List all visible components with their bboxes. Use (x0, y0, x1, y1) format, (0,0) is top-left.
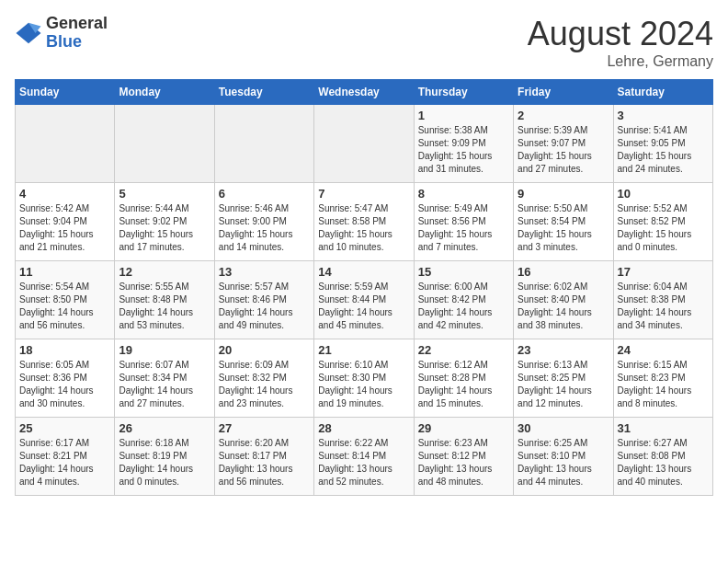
weekday-header-saturday: Saturday (613, 80, 712, 105)
day-info: Sunrise: 6:10 AM Sunset: 8:30 PM Dayligh… (318, 359, 409, 410)
day-info: Sunrise: 5:41 AM Sunset: 9:05 PM Dayligh… (618, 124, 709, 176)
day-info: Sunrise: 5:52 AM Sunset: 8:52 PM Dayligh… (618, 202, 709, 254)
page-header: General Blue August 2024 Lehre, Germany (15, 15, 713, 70)
calendar-cell: 11Sunrise: 5:54 AM Sunset: 8:50 PM Dayli… (16, 261, 115, 339)
day-info: Sunrise: 6:23 AM Sunset: 8:12 PM Dayligh… (418, 437, 509, 488)
day-number: 11 (19, 265, 110, 279)
calendar-cell: 23Sunrise: 6:13 AM Sunset: 8:25 PM Dayli… (514, 339, 613, 418)
weekday-header-thursday: Thursday (414, 80, 513, 105)
calendar-cell: 15Sunrise: 6:00 AM Sunset: 8:42 PM Dayli… (414, 261, 513, 339)
day-number: 26 (119, 421, 210, 435)
calendar-cell: 25Sunrise: 6:17 AM Sunset: 8:21 PM Dayli… (16, 418, 115, 496)
day-info: Sunrise: 5:50 AM Sunset: 8:54 PM Dayligh… (518, 202, 609, 254)
day-number: 18 (19, 343, 110, 357)
weekday-header-row: SundayMondayTuesdayWednesdayThursdayFrid… (16, 80, 713, 105)
calendar-cell: 18Sunrise: 6:05 AM Sunset: 8:36 PM Dayli… (16, 339, 115, 418)
logo-text: General Blue (46, 15, 108, 52)
month-title: August 2024 (528, 15, 713, 53)
calendar-cell: 28Sunrise: 6:22 AM Sunset: 8:14 PM Dayli… (314, 418, 414, 496)
calendar-cell: 5Sunrise: 5:44 AM Sunset: 9:02 PM Daylig… (115, 183, 214, 261)
calendar-cell: 24Sunrise: 6:15 AM Sunset: 8:23 PM Dayli… (613, 339, 712, 418)
day-info: Sunrise: 5:57 AM Sunset: 8:46 PM Dayligh… (219, 281, 310, 332)
day-info: Sunrise: 6:09 AM Sunset: 8:32 PM Dayligh… (219, 359, 310, 410)
calendar-cell: 9Sunrise: 5:50 AM Sunset: 8:54 PM Daylig… (514, 183, 613, 261)
calendar-cell: 13Sunrise: 5:57 AM Sunset: 8:46 PM Dayli… (214, 261, 313, 339)
day-info: Sunrise: 6:20 AM Sunset: 8:17 PM Dayligh… (219, 437, 310, 488)
calendar-week-row: 18Sunrise: 6:05 AM Sunset: 8:36 PM Dayli… (16, 339, 713, 418)
calendar-cell (214, 105, 313, 183)
calendar-week-row: 25Sunrise: 6:17 AM Sunset: 8:21 PM Dayli… (16, 418, 713, 496)
day-info: Sunrise: 6:04 AM Sunset: 8:38 PM Dayligh… (618, 281, 709, 332)
calendar-cell: 12Sunrise: 5:55 AM Sunset: 8:48 PM Dayli… (115, 261, 214, 339)
day-info: Sunrise: 6:12 AM Sunset: 8:28 PM Dayligh… (418, 359, 509, 410)
weekday-header-wednesday: Wednesday (314, 80, 414, 105)
day-number: 12 (119, 265, 210, 279)
day-info: Sunrise: 5:44 AM Sunset: 9:02 PM Dayligh… (119, 202, 210, 254)
day-number: 7 (318, 187, 409, 201)
day-info: Sunrise: 5:54 AM Sunset: 8:50 PM Dayligh… (19, 281, 110, 332)
day-number: 21 (318, 343, 409, 357)
day-number: 3 (618, 109, 709, 122)
logo: General Blue (15, 15, 108, 52)
day-number: 16 (518, 265, 609, 279)
day-number: 17 (618, 265, 709, 279)
day-number: 8 (418, 187, 509, 201)
day-number: 23 (518, 343, 609, 357)
logo-blue: Blue (46, 33, 108, 52)
calendar-cell: 21Sunrise: 6:10 AM Sunset: 8:30 PM Dayli… (314, 339, 414, 418)
calendar-cell: 2Sunrise: 5:39 AM Sunset: 9:07 PM Daylig… (514, 105, 613, 183)
day-number: 9 (518, 187, 609, 201)
day-info: Sunrise: 6:00 AM Sunset: 8:42 PM Dayligh… (418, 281, 509, 332)
weekday-header-monday: Monday (115, 80, 214, 105)
day-info: Sunrise: 6:07 AM Sunset: 8:34 PM Dayligh… (119, 359, 210, 410)
calendar-cell: 19Sunrise: 6:07 AM Sunset: 8:34 PM Dayli… (115, 339, 214, 418)
calendar-cell: 17Sunrise: 6:04 AM Sunset: 8:38 PM Dayli… (613, 261, 712, 339)
day-info: Sunrise: 6:22 AM Sunset: 8:14 PM Dayligh… (318, 437, 409, 488)
location-subtitle: Lehre, Germany (528, 53, 713, 70)
weekday-header-sunday: Sunday (16, 80, 115, 105)
day-info: Sunrise: 5:49 AM Sunset: 8:56 PM Dayligh… (418, 202, 509, 254)
day-info: Sunrise: 5:47 AM Sunset: 8:58 PM Dayligh… (318, 202, 409, 254)
day-info: Sunrise: 6:18 AM Sunset: 8:19 PM Dayligh… (119, 437, 210, 488)
logo-general: General (46, 15, 108, 33)
weekday-header-friday: Friday (514, 80, 613, 105)
day-number: 1 (418, 109, 509, 122)
calendar-cell (16, 105, 115, 183)
calendar-cell: 16Sunrise: 6:02 AM Sunset: 8:40 PM Dayli… (514, 261, 613, 339)
day-number: 31 (618, 421, 709, 435)
day-info: Sunrise: 6:25 AM Sunset: 8:10 PM Dayligh… (518, 437, 609, 488)
day-info: Sunrise: 5:46 AM Sunset: 9:00 PM Dayligh… (219, 202, 310, 254)
day-info: Sunrise: 5:38 AM Sunset: 9:09 PM Dayligh… (418, 124, 509, 176)
day-number: 22 (418, 343, 509, 357)
calendar-cell: 10Sunrise: 5:52 AM Sunset: 8:52 PM Dayli… (613, 183, 712, 261)
calendar-cell: 27Sunrise: 6:20 AM Sunset: 8:17 PM Dayli… (214, 418, 313, 496)
day-number: 20 (219, 343, 310, 357)
calendar-week-row: 1Sunrise: 5:38 AM Sunset: 9:09 PM Daylig… (16, 105, 713, 183)
calendar-cell: 26Sunrise: 6:18 AM Sunset: 8:19 PM Dayli… (115, 418, 214, 496)
calendar-cell: 4Sunrise: 5:42 AM Sunset: 9:04 PM Daylig… (16, 183, 115, 261)
title-block: August 2024 Lehre, Germany (528, 15, 713, 70)
day-number: 19 (119, 343, 210, 357)
calendar-cell: 31Sunrise: 6:27 AM Sunset: 8:08 PM Dayli… (613, 418, 712, 496)
calendar-week-row: 4Sunrise: 5:42 AM Sunset: 9:04 PM Daylig… (16, 183, 713, 261)
calendar-cell: 20Sunrise: 6:09 AM Sunset: 8:32 PM Dayli… (214, 339, 313, 418)
day-number: 4 (19, 187, 110, 201)
day-info: Sunrise: 5:42 AM Sunset: 9:04 PM Dayligh… (19, 202, 110, 254)
day-info: Sunrise: 5:59 AM Sunset: 8:44 PM Dayligh… (318, 281, 409, 332)
day-info: Sunrise: 6:02 AM Sunset: 8:40 PM Dayligh… (518, 281, 609, 332)
calendar-cell: 8Sunrise: 5:49 AM Sunset: 8:56 PM Daylig… (414, 183, 513, 261)
day-number: 27 (219, 421, 310, 435)
day-number: 14 (318, 265, 409, 279)
day-info: Sunrise: 6:05 AM Sunset: 8:36 PM Dayligh… (19, 359, 110, 410)
calendar-cell: 3Sunrise: 5:41 AM Sunset: 9:05 PM Daylig… (613, 105, 712, 183)
calendar-cell: 7Sunrise: 5:47 AM Sunset: 8:58 PM Daylig… (314, 183, 414, 261)
calendar-cell: 29Sunrise: 6:23 AM Sunset: 8:12 PM Dayli… (414, 418, 513, 496)
day-number: 10 (618, 187, 709, 201)
calendar-cell: 6Sunrise: 5:46 AM Sunset: 9:00 PM Daylig… (214, 183, 313, 261)
day-info: Sunrise: 6:15 AM Sunset: 8:23 PM Dayligh… (618, 359, 709, 410)
weekday-header-tuesday: Tuesday (214, 80, 313, 105)
day-info: Sunrise: 6:17 AM Sunset: 8:21 PM Dayligh… (19, 437, 110, 488)
day-number: 13 (219, 265, 310, 279)
logo-icon (15, 19, 42, 47)
calendar-cell: 1Sunrise: 5:38 AM Sunset: 9:09 PM Daylig… (414, 105, 513, 183)
